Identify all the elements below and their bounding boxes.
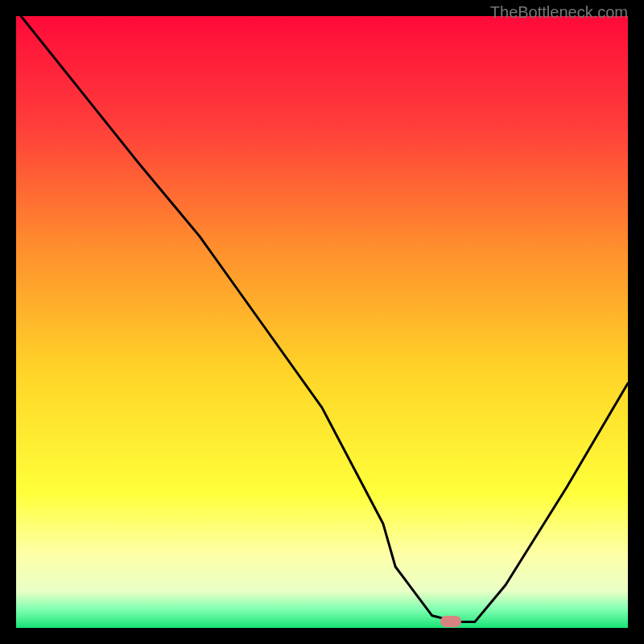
chart-svg <box>16 16 628 628</box>
optimal-point-marker <box>440 616 461 627</box>
watermark-text: TheBottleneck.com <box>490 3 628 22</box>
chart-plot <box>16 16 628 628</box>
